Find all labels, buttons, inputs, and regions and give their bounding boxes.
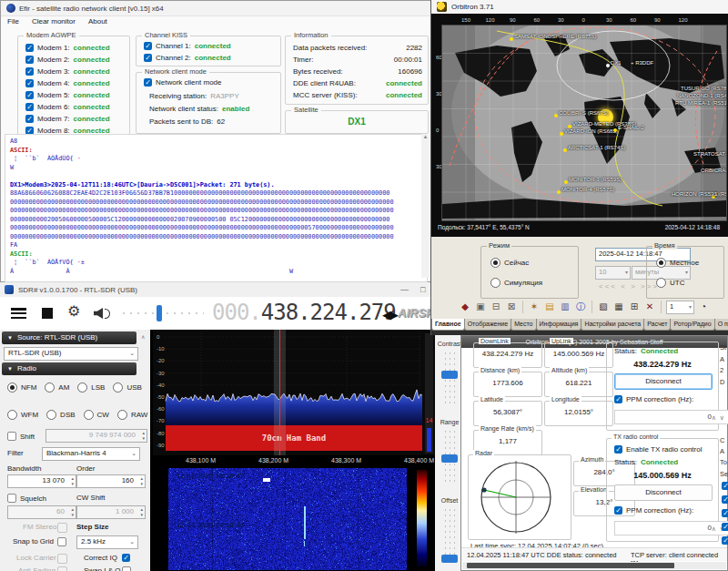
toolbar-icon[interactable]: ⊠ [505, 301, 518, 313]
tab-главное[interactable]: Главное [431, 319, 465, 331]
toolbar-icon[interactable]: ⊟ [490, 301, 502, 313]
monitor-scrollbar[interactable]: ▲ [421, 134, 430, 278]
slider-handle[interactable] [441, 371, 458, 379]
stop-button[interactable] [42, 308, 53, 319]
swapiq-checkbox[interactable] [122, 566, 131, 571]
satellite-label[interactable]: RTU MIREA-1 (RS51S) [675, 100, 727, 106]
waterfall-display[interactable]: 12.04.2025 14:18:47 12.04.2025 14:18:42 [153, 467, 435, 571]
satellite-label[interactable]: E-SHAIL-2 [618, 125, 644, 130]
radio-header[interactable]: ▼Radio [2, 362, 136, 375]
mode-lsb-radio[interactable] [77, 382, 87, 393]
shift-checkbox[interactable] [7, 432, 16, 441]
toolbar-icon[interactable]: ◆ [459, 301, 471, 313]
rx-disconnect-button[interactable]: Disconnect [614, 373, 713, 390]
gear-icon[interactable]: ⚙ [67, 302, 80, 320]
modem-7-checkbox[interactable]: ✓ [25, 115, 34, 123]
source-combo[interactable]: RTL-SDR (USB)⌄ [4, 347, 138, 361]
maximize-button[interactable]: □ [420, 285, 425, 294]
spectrum-display[interactable]: 0-10-20-30-40-50-60-70-80-90 70cm Ham Ba… [153, 330, 435, 455]
clipped-panel-checkbox[interactable]: ✓ [722, 509, 728, 517]
minimize-button[interactable]: — [400, 285, 409, 294]
efir-titlebar[interactable]: Efir - satellite radio network client [v… [1, 1, 434, 16]
volume-slider-handle[interactable] [157, 305, 162, 321]
tab-информация[interactable]: Информация [536, 319, 582, 331]
volume-slider[interactable] [120, 311, 204, 317]
correctiq-checkbox[interactable]: ✓ [122, 554, 130, 562]
source-header[interactable]: ▼Source: RTL-SDR (USB) [2, 331, 136, 344]
shift-input[interactable]: 9 749 974 000▴▾ [46, 429, 147, 443]
tab-настройки расчета[interactable]: Настройки расчета [581, 319, 644, 331]
time-utc-radio[interactable] [656, 278, 666, 288]
tab-отображение[interactable]: Отображение [464, 319, 512, 331]
menu-icon[interactable] [11, 308, 26, 319]
world-map[interactable]: SAMSAT-IONOSPHERE (RS75S)DX1+ R3DDFCOLIB… [441, 25, 727, 221]
map-zoom-combo[interactable]: 1▾ [666, 301, 694, 314]
zoom-slider[interactable]: 14 [425, 333, 433, 454]
toolbar-icon[interactable]: ✶ [528, 301, 541, 313]
toolbar-icon[interactable]: ⓘ [574, 301, 587, 313]
clipped-panel-checkbox[interactable]: ✓ [722, 495, 728, 504]
tab-ротор/радио[interactable]: Ротор/Радио [670, 319, 714, 331]
satellite-label[interactable]: -1 (RS5 [713, 191, 727, 197]
bandwidth-input[interactable]: 13 070▴▾ [7, 474, 76, 488]
clipped-panel-checkbox[interactable]: ✓ [722, 482, 728, 490]
toolbar-icon[interactable]: ▤ [543, 301, 556, 313]
lockcarrier-checkbox[interactable] [57, 554, 67, 564]
antifading-checkbox[interactable] [57, 566, 67, 571]
satellite-label[interactable]: VIZARD-ION (RS68S) [564, 128, 618, 134]
menu-item-file[interactable]: File [1, 15, 25, 27]
modem-6-checkbox[interactable]: ✓ [25, 103, 34, 111]
tab-место[interactable]: Место [511, 319, 536, 331]
mode-cw-radio[interactable] [84, 410, 94, 420]
channel-1-checkbox[interactable]: ✓ [144, 42, 152, 50]
satellite-label[interactable]: MONITOR-4 (RS57S) [561, 187, 614, 192]
step-combo[interactable]: 10▾ [595, 266, 631, 280]
mode-now-radio[interactable] [490, 258, 500, 268]
satellite-label[interactable]: TUSUR GO (RS78S) [681, 86, 727, 91]
satellite-label[interactable]: ARCTICSAT-1 (RS74S) [568, 145, 625, 150]
slider-track[interactable] [443, 507, 456, 560]
mode-wfm-radio[interactable] [7, 410, 17, 420]
slider-handle[interactable] [441, 555, 458, 563]
scroll-up-icon[interactable]: ▲ [423, 134, 429, 139]
rx-ppm-spinner[interactable]: 0∧ ∨ [614, 410, 728, 424]
satellite-label[interactable]: MONITOR-3 (RS59S) [569, 177, 622, 182]
modem-1-checkbox[interactable]: ✓ [25, 44, 34, 52]
tx-ppm-spinner[interactable]: 0∧ ∨ [614, 521, 728, 535]
squelch-checkbox[interactable] [7, 494, 16, 503]
frequency-step-arrows[interactable]: ◀▶ [382, 308, 397, 321]
toolbar-icon[interactable]: ▥ [559, 301, 571, 313]
panel-scroll-up[interactable]: ∧ [141, 333, 145, 340]
mode-usb-radio[interactable] [113, 382, 123, 393]
mode-am-radio[interactable] [45, 382, 55, 393]
modem-3-checkbox[interactable]: ✓ [25, 67, 34, 76]
slider-track[interactable] [443, 351, 456, 403]
tx-ppm-checkbox[interactable]: ✓ [614, 506, 622, 515]
modem-4-checkbox[interactable]: ✓ [25, 79, 34, 87]
network-mode-checkbox[interactable]: ✓ [144, 78, 152, 87]
mode-raw-radio[interactable] [117, 410, 127, 420]
mode-dsb-radio[interactable] [46, 410, 56, 420]
modem-2-checkbox[interactable]: ✓ [25, 56, 34, 64]
satellite-value[interactable]: DX1 [286, 117, 428, 127]
tx-enable-checkbox[interactable]: ✓ [614, 445, 622, 454]
tx-disconnect-button[interactable]: Disconnect [614, 484, 713, 501]
clipped-panel-checkbox[interactable]: ✓ [722, 523, 728, 531]
satellite-label[interactable]: ORBICRAFT-ZORKI [701, 168, 727, 173]
toolbar-icon[interactable]: ✕ [643, 301, 656, 313]
satellite-label[interactable]: + R3DDF [631, 60, 653, 66]
driver-hscrollbar[interactable] [462, 562, 726, 569]
slider-track[interactable] [443, 429, 456, 482]
frequency-display[interactable]: 000.438.224.279 [212, 300, 396, 325]
sdr-titlebar[interactable]: SDR# v1.0.0.1700 - RTL-SDR (USB) — □ [0, 282, 464, 297]
mode-nfm-radio[interactable] [7, 382, 17, 393]
clipped-panel-checkbox[interactable]: ✓ [722, 536, 728, 545]
tab-о программе[interactable]: О программе [714, 319, 728, 331]
order-input[interactable]: 160▴▾ [76, 474, 146, 488]
toolbar-icon[interactable]: ▦ [612, 301, 625, 313]
slider-handle[interactable] [441, 454, 458, 463]
stepsize-combo[interactable]: 2.5 kHz⌄ [76, 535, 138, 549]
clock-icon[interactable]: ◔ [697, 301, 710, 313]
filter-combo[interactable]: Blackman-Harris 4⌄ [42, 447, 140, 461]
menu-item-about[interactable]: About [82, 15, 114, 27]
